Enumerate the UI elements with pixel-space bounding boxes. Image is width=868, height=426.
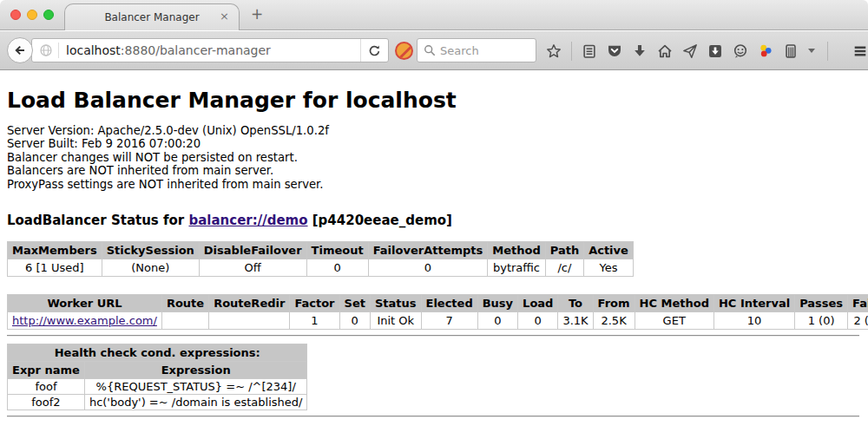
column-header: Passes bbox=[795, 295, 848, 312]
table-cell: 0 bbox=[306, 259, 368, 277]
table-cell: bytraffic bbox=[488, 259, 545, 277]
server-built-line: Server Built: Feb 9 2016 07:00:20 bbox=[7, 137, 861, 150]
close-window-button[interactable] bbox=[10, 10, 21, 20]
worker-url-link[interactable]: http://www.example.com/ bbox=[12, 314, 157, 327]
column-header: Expr name bbox=[8, 362, 85, 379]
feedback-smiley-icon[interactable] bbox=[733, 43, 748, 59]
search-bar[interactable]: Search bbox=[417, 38, 536, 62]
column-header: HC Method bbox=[635, 295, 713, 312]
search-magnifier-icon bbox=[424, 44, 436, 56]
reload-button[interactable] bbox=[360, 39, 388, 62]
column-header: Method bbox=[488, 242, 545, 259]
toolbar-divider bbox=[827, 42, 828, 61]
column-header: Route bbox=[161, 295, 208, 312]
navigation-toolbar: localhost:8880/balancer-manager Search bbox=[0, 31, 868, 70]
column-header: MaxMembers bbox=[8, 242, 102, 259]
table-cell: 3.1K bbox=[558, 312, 593, 330]
table-cell: 0 bbox=[477, 312, 517, 330]
url-bar[interactable]: localhost:8880/balancer-manager bbox=[31, 38, 389, 62]
url-path: :8880/balancer-manager bbox=[121, 43, 271, 57]
table-cell: 1 bbox=[290, 312, 339, 330]
table-cell: (None) bbox=[102, 259, 199, 277]
search-placeholder: Search bbox=[440, 44, 479, 57]
table-cell: 1 (0) bbox=[795, 312, 848, 330]
table-cell: 7 bbox=[421, 312, 477, 330]
status-prefix: LoadBalancer Status for bbox=[7, 213, 188, 228]
bookmarks-list-icon[interactable] bbox=[582, 43, 597, 59]
menu-hamburger-icon[interactable] bbox=[852, 43, 868, 59]
urlbar-divider bbox=[58, 43, 59, 58]
column-header: Fails bbox=[848, 295, 868, 312]
titlebar: Balancer Manager × + bbox=[0, 0, 868, 30]
column-header: FailoverAttempts bbox=[368, 242, 488, 259]
plugin-blocked-icon[interactable] bbox=[395, 42, 413, 60]
persist-warning-line: Balancer changes will NOT be persisted o… bbox=[7, 151, 861, 164]
column-header: Worker URL bbox=[8, 295, 162, 312]
table-cell: /c/ bbox=[545, 259, 583, 277]
health-table-title-row: Health check cond. expressions: bbox=[8, 344, 307, 362]
video-download-icon[interactable] bbox=[707, 43, 723, 59]
health-check-table: Health check cond. expressions: Expr nam… bbox=[7, 344, 307, 410]
bookmark-star-icon[interactable] bbox=[546, 43, 562, 59]
table-cell bbox=[161, 312, 208, 330]
column-header: Load bbox=[518, 295, 558, 312]
pocket-icon[interactable] bbox=[607, 43, 622, 59]
section-divider bbox=[7, 335, 859, 337]
column-header: From bbox=[593, 295, 635, 312]
proxypass-warning-line: ProxyPass settings are NOT inherited fro… bbox=[7, 178, 861, 191]
expression-cell: hc('body') =~ /domain is established/ bbox=[84, 395, 307, 410]
column-header: Timeout bbox=[306, 242, 368, 259]
page-title: Load Balancer Manager for localhost bbox=[7, 88, 861, 113]
worker-url-cell: http://www.example.com/ bbox=[8, 312, 162, 330]
browser-window: Balancer Manager × + localhost:8880/bala… bbox=[0, 0, 868, 426]
reader-list-icon[interactable] bbox=[783, 43, 799, 59]
table-cell: 0 bbox=[368, 259, 488, 277]
worker-table-data-row: http://www.example.com/ 10Init Ok7003.1K… bbox=[8, 312, 868, 330]
health-table-title: Health check cond. expressions: bbox=[8, 344, 307, 362]
tab-balancer-manager[interactable]: Balancer Manager × bbox=[64, 3, 240, 30]
table-cell: 10 bbox=[713, 312, 794, 330]
expr-name-cell: foof2 bbox=[8, 395, 85, 410]
table-cell: Init Ok bbox=[370, 312, 421, 330]
download-icon[interactable] bbox=[632, 43, 648, 59]
toolbar-icon-strip bbox=[546, 31, 868, 70]
status-suffix: [p4420eeae_demo] bbox=[308, 213, 452, 228]
tab-close-icon[interactable]: × bbox=[220, 10, 229, 22]
column-header: Busy bbox=[477, 295, 517, 312]
table-cell: GET bbox=[635, 312, 713, 330]
home-icon[interactable] bbox=[657, 43, 673, 59]
table-cell bbox=[209, 312, 290, 330]
table-cell: 0 bbox=[339, 312, 370, 330]
column-header: Path bbox=[545, 242, 583, 259]
overflow-caret-icon[interactable] bbox=[808, 49, 815, 53]
send-icon[interactable] bbox=[682, 43, 698, 59]
new-tab-button[interactable]: + bbox=[251, 5, 263, 23]
zoom-window-button[interactable] bbox=[43, 10, 54, 20]
column-header: Expression bbox=[84, 362, 307, 379]
url-text[interactable]: localhost:8880/balancer-manager bbox=[66, 43, 271, 57]
health-table-row: foof2 hc('body') =~ /domain is establish… bbox=[8, 395, 307, 410]
tab-title: Balancer Manager bbox=[104, 11, 199, 23]
health-table-header-row: Expr nameExpression bbox=[8, 362, 307, 379]
back-button[interactable] bbox=[7, 37, 33, 63]
back-arrow-icon bbox=[13, 43, 27, 57]
balancer-demo-link[interactable]: balancer://demo bbox=[188, 213, 307, 228]
column-header: HC Interval bbox=[713, 295, 794, 312]
balancer-settings-table: MaxMembersStickySessionDisableFailoverTi… bbox=[7, 241, 634, 277]
globe-icon bbox=[39, 43, 53, 57]
worker-table-header-row: Worker URLRouteRouteRedirFactorSetStatus… bbox=[8, 295, 868, 312]
url-host: localhost bbox=[66, 43, 121, 57]
page-content: Load Balancer Manager for localhost Serv… bbox=[0, 71, 868, 426]
loadbalancer-status-heading: LoadBalancer Status for balancer://demo … bbox=[7, 213, 861, 228]
column-header: Set bbox=[339, 295, 370, 312]
column-header: To bbox=[558, 295, 593, 312]
column-header: Factor bbox=[290, 295, 339, 312]
column-header: DisableFailover bbox=[199, 242, 306, 259]
addon-colordots-icon[interactable] bbox=[758, 43, 773, 59]
section-divider bbox=[7, 416, 859, 417]
column-header: Elected bbox=[421, 295, 477, 312]
column-header: RouteRedir bbox=[209, 295, 290, 312]
column-header: Status bbox=[370, 295, 421, 312]
balancer-table-data-row: 6 [1 Used](None)Off00bytraffic/c/Yes bbox=[8, 259, 634, 277]
minimize-window-button[interactable] bbox=[27, 10, 37, 20]
